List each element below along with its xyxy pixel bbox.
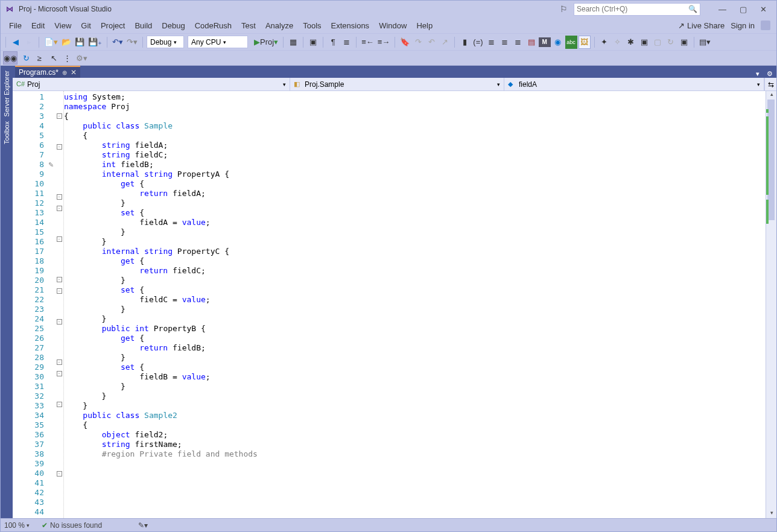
live-share-button[interactable]: ↗ Live Share: [678, 21, 725, 30]
redo-button[interactable]: ↷▾: [125, 36, 139, 49]
tb-icon-abc[interactable]: abc: [565, 36, 577, 49]
fold-toggle[interactable]: -: [57, 144, 62, 150]
tb-icon-3[interactable]: ↷: [412, 36, 424, 49]
tb-icon-2[interactable]: ▣: [307, 36, 319, 49]
menu-file[interactable]: File: [4, 19, 27, 32]
tb-icon-box3[interactable]: ▣: [678, 36, 690, 49]
fold-toggle[interactable]: -: [57, 359, 62, 365]
fold-toggle[interactable]: -: [57, 113, 62, 119]
menu-tools[interactable]: Tools: [298, 19, 326, 32]
tb-icon-star[interactable]: ✱: [625, 36, 637, 49]
code-editor[interactable]: 1234567891011121314151617181920212223242…: [13, 91, 776, 518]
code-content[interactable]: using System;namespace Proj{ public clas…: [63, 91, 766, 518]
open-file-button[interactable]: 📂: [60, 36, 72, 49]
scroll-up-icon[interactable]: ▴: [766, 91, 776, 100]
fold-toggle[interactable]: -: [57, 194, 62, 200]
tb-icon-spark[interactable]: ✧: [612, 36, 624, 49]
menu-test[interactable]: Test: [236, 19, 261, 32]
status-icon[interactable]: ✎▾: [138, 521, 148, 530]
zoom-control[interactable]: 100 %▾: [4, 521, 30, 530]
tb-icon-box1[interactable]: ▣: [638, 36, 650, 49]
align-icon[interactable]: ≣: [340, 36, 352, 49]
tb-icon-4[interactable]: ↶: [425, 36, 437, 49]
nav-class-dropdown[interactable]: ◧Proj.Sample▾: [290, 78, 504, 90]
tb2-icon-settings[interactable]: ⚙▾: [75, 51, 87, 65]
menu-git[interactable]: Git: [76, 19, 96, 32]
tb-icon-m[interactable]: M: [539, 37, 551, 47]
tb-icon-image[interactable]: 🖼: [579, 36, 591, 49]
comment-icon[interactable]: ≡←: [360, 36, 375, 49]
undo-button[interactable]: ↶▾: [111, 36, 124, 49]
menu-view[interactable]: View: [49, 19, 76, 32]
tb-icon-wand[interactable]: ✦: [598, 36, 610, 49]
search-icon[interactable]: 🔍: [688, 5, 697, 13]
tb-icon-11[interactable]: ▤: [525, 36, 538, 49]
fold-toggle[interactable]: -: [57, 277, 62, 282]
tab-overflow-icon[interactable]: ▾: [752, 70, 763, 78]
sidetab-server-explorer[interactable]: Server Explorer: [2, 68, 11, 119]
fold-toggle[interactable]: -: [57, 288, 62, 294]
pin-icon[interactable]: ⊕: [62, 69, 67, 76]
menu-window[interactable]: Window: [374, 19, 411, 32]
tb-icon-9[interactable]: ≣: [499, 36, 511, 49]
tb-icon-7[interactable]: (=): [472, 36, 484, 49]
fold-toggle[interactable]: -: [57, 319, 62, 325]
menu-project[interactable]: Project: [96, 19, 130, 32]
issues-indicator[interactable]: ✔No issues found: [42, 521, 102, 530]
nav-back-button[interactable]: ◀: [10, 36, 22, 49]
tb-icon-8[interactable]: ≣: [486, 36, 498, 49]
split-editor-icon[interactable]: ⇆: [764, 78, 776, 90]
tb-icon-refresh[interactable]: ↻: [665, 36, 677, 49]
menu-extensions[interactable]: Extensions: [326, 19, 375, 32]
nav-forward-button[interactable]: ▸: [23, 36, 35, 49]
scrollbar[interactable]: ▴ ▾: [766, 91, 776, 518]
quick-search[interactable]: 🔍: [574, 3, 700, 16]
menu-analyze[interactable]: Analyze: [261, 19, 298, 32]
tb-icon-box2[interactable]: ▢: [652, 36, 664, 49]
tb-icon-5[interactable]: ↗: [439, 36, 451, 49]
nav-project-dropdown[interactable]: C#Proj▾: [13, 78, 290, 90]
tb-icon-pin[interactable]: ◉: [552, 36, 564, 49]
fold-toggle[interactable]: -: [57, 471, 62, 477]
scroll-down-icon[interactable]: ▾: [766, 510, 776, 518]
tab-settings-icon[interactable]: ⚙: [763, 70, 776, 78]
tb-icon-last[interactable]: ▤▾: [698, 36, 712, 49]
nav-member-dropdown[interactable]: ◆fieldA▾: [504, 78, 764, 90]
tb-icon-10[interactable]: ≣: [512, 36, 524, 49]
tb2-icon-more[interactable]: ⋮: [61, 51, 73, 65]
menu-help[interactable]: Help: [411, 19, 437, 32]
maximize-button[interactable]: ▢: [740, 5, 747, 14]
menu-edit[interactable]: Edit: [27, 19, 49, 32]
sign-in-button[interactable]: Sign in: [731, 21, 755, 30]
tb-icon-1[interactable]: ▦: [287, 36, 299, 49]
minimize-button[interactable]: —: [718, 5, 726, 14]
menu-coderush[interactable]: CodeRush: [190, 19, 236, 32]
tb-icon-6[interactable]: ▮: [458, 36, 471, 49]
start-button[interactable]: ▶ Proj ▾: [253, 36, 279, 49]
menu-build[interactable]: Build: [130, 19, 157, 32]
feedback-icon[interactable]: ⚐: [560, 4, 568, 14]
indent-icon[interactable]: ¶: [327, 36, 339, 49]
fold-toggle[interactable]: -: [57, 236, 62, 242]
tb2-icon-refresh[interactable]: ↻: [20, 51, 32, 65]
search-input[interactable]: [577, 5, 688, 13]
fold-toggle[interactable]: -: [57, 402, 62, 407]
save-all-button[interactable]: 💾₊: [87, 36, 103, 49]
fold-toggle[interactable]: -: [57, 371, 62, 376]
user-icon[interactable]: [761, 21, 770, 30]
tb2-icon-cursor[interactable]: ↖: [48, 51, 60, 65]
platform-dropdown[interactable]: Any CPU▾: [188, 36, 248, 48]
fold-toggle[interactable]: -: [57, 206, 62, 211]
file-tab-program[interactable]: Program.cs* ⊕ ✕: [15, 66, 80, 78]
close-button[interactable]: ✕: [760, 5, 767, 14]
bookmark-icon[interactable]: 🔖: [399, 36, 411, 49]
new-project-button[interactable]: 📄▾: [43, 36, 59, 49]
tb2-icon-step[interactable]: ≥: [33, 51, 45, 65]
close-tab-icon[interactable]: ✕: [71, 68, 77, 77]
config-dropdown[interactable]: Debug▾: [147, 36, 184, 48]
uncomment-icon[interactable]: ≡→: [376, 36, 392, 49]
sidetab-toolbox[interactable]: Toolbox: [2, 119, 11, 147]
menu-debug[interactable]: Debug: [157, 19, 189, 32]
tb2-icon-glasses[interactable]: ◉◉: [3, 51, 17, 65]
save-button[interactable]: 💾: [74, 36, 86, 49]
